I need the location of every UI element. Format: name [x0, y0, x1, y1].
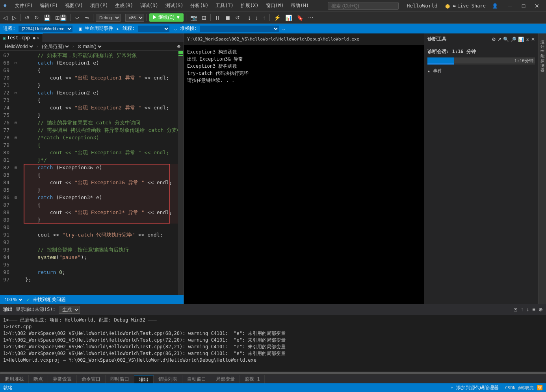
menu-analyze[interactable]: 分析(N) [187, 2, 212, 10]
project-select[interactable]: HelloWorld [3, 43, 34, 50]
menu-file[interactable]: 文件(F) [12, 2, 36, 10]
bottom-tab-命令窗口[interactable]: 命令窗口 [77, 375, 106, 383]
stop-button[interactable]: ⏹ [223, 14, 232, 22]
minimize-button[interactable]: ─ [504, 2, 516, 10]
fold-icon[interactable]: ⊟ [13, 195, 19, 200]
fold-icon[interactable]: ⊟ [13, 61, 19, 65]
bookmark-button[interactable]: 🔖 [295, 14, 305, 22]
scope-select[interactable]: (全局范围) [40, 43, 70, 50]
menu-view[interactable]: 视图(V) [62, 2, 86, 10]
menu-build[interactable]: 生成(B) [112, 2, 136, 10]
menu-test[interactable]: 测试(S) [162, 2, 187, 10]
bottom-tab-监视-1[interactable]: 监视 1 [240, 375, 265, 383]
code-line[interactable]: } [24, 186, 178, 194]
code-line[interactable]: }*/ [24, 156, 178, 164]
step-over-button[interactable]: ⤵ [246, 14, 252, 22]
code-line[interactable]: } [24, 216, 178, 224]
code-line[interactable]: system("pause"); [24, 253, 178, 261]
live-share-button[interactable]: ⇋ Live Share [453, 3, 486, 9]
code-line[interactable]: { [24, 67, 178, 74]
code-line[interactable]: catch (Exception1 e) [24, 59, 178, 67]
forward-button[interactable]: ▷ [11, 14, 18, 22]
undo-button[interactable]: ↺ [23, 14, 31, 22]
diag-button[interactable]: 📊 [284, 14, 293, 22]
maximize-button[interactable]: □ [518, 2, 529, 10]
undo2-button[interactable]: ⤻ [73, 14, 81, 22]
perf-button[interactable]: ⚡ [272, 14, 282, 22]
code-line[interactable]: // 如果不写，则不能访问抛出的 异常对象 [24, 52, 178, 59]
status-git[interactable]: ↑ 添加到源代码管理器 [451, 385, 499, 391]
output-wrap-button[interactable]: ≡ [532, 307, 535, 312]
code-line[interactable]: cout << "出现 Exception3* 异常 " << endl; [24, 209, 178, 216]
code-line[interactable]: { [24, 171, 178, 179]
search-input[interactable] [328, 2, 399, 10]
save-all-button[interactable]: ⊞💾 [54, 14, 68, 22]
redo-button[interactable]: ↻ [33, 14, 41, 22]
save-button[interactable]: 💾 [42, 14, 52, 22]
restart-button[interactable]: ↺ [234, 14, 241, 22]
tab-test-cpp[interactable]: ▣ Test.cpp ● ✕ [0, 33, 43, 42]
more-button[interactable]: ⋯ [306, 14, 315, 22]
thread-select[interactable] [138, 26, 169, 32]
pause-button[interactable]: ⏸ [213, 14, 222, 22]
stack-select[interactable] [200, 26, 279, 32]
fold-icon[interactable]: ⊟ [13, 165, 19, 170]
screenshot-button[interactable]: 📷 [189, 14, 199, 22]
code-line[interactable]: { [24, 96, 178, 104]
func-select[interactable]: ⊙ main() [76, 43, 103, 50]
menu-extensions[interactable]: 扩展(X) [238, 2, 262, 10]
step-out-button[interactable]: ↑ [261, 14, 267, 22]
close-diag-icon[interactable]: ✕ [531, 37, 535, 42]
export-icon[interactable]: ↗ [498, 37, 501, 42]
code-line[interactable]: // 抛出的异常如果要在 catch 分支中访问 [24, 119, 178, 126]
process-select[interactable]: [2264] HelloWorld.exe [19, 26, 72, 32]
output-scrollbar[interactable] [0, 372, 546, 375]
toolbar-btn-6[interactable]: ⊞ [200, 14, 208, 22]
code-line[interactable]: catch (Exception3& e) [24, 164, 178, 171]
menu-help[interactable]: 帮助(H) [288, 2, 312, 10]
code-line[interactable]: }; [24, 276, 178, 283]
code-line[interactable] [24, 224, 178, 231]
bottom-tab-输出[interactable]: 输出 [134, 375, 154, 383]
bottom-tab-自动窗口[interactable]: 自动窗口 [182, 375, 211, 383]
zoom-select[interactable]: 100 % [3, 297, 24, 302]
menu-tools[interactable]: 工具(T) [212, 2, 237, 10]
code-line[interactable] [24, 239, 178, 246]
fold-icon[interactable]: ⊟ [13, 135, 19, 140]
continue-button[interactable]: ▶ 继续(C) ▼ [149, 13, 184, 22]
bottom-tab-局部变量[interactable]: 局部变量 [211, 375, 240, 383]
code-line[interactable]: { [24, 201, 178, 209]
redo2-button[interactable]: ⤼ [83, 14, 91, 22]
zoom-out-icon[interactable]: 🔎 [511, 37, 516, 42]
code-line[interactable]: // 需要调用 拷贝构造函数 将异常对象传递给 catch 分支中的异常变量 [24, 126, 178, 134]
fold-icon[interactable]: ⊟ [13, 120, 19, 125]
code-line[interactable]: catch (Exception2 e) [24, 89, 178, 96]
bottom-tab-调用堆栈[interactable]: 调用堆栈 [0, 375, 29, 383]
chart-icon[interactable]: 📊 [518, 37, 524, 42]
editor-scrollbar[interactable] [178, 51, 184, 295]
code-line[interactable] [24, 261, 178, 268]
code-line[interactable]: catch (Exception3* e) [24, 194, 178, 201]
bottom-tab-断点[interactable]: 断点 [29, 375, 48, 383]
code-line[interactable]: cout << "try-catch 代码块执行完毕" << endl; [24, 231, 178, 239]
code-line[interactable]: } [24, 111, 178, 119]
step-into-button[interactable]: ↓ [254, 14, 260, 22]
output-down-button[interactable]: ↓ [527, 307, 529, 312]
zoom-in-icon[interactable]: 🔍 [503, 37, 509, 42]
code-line[interactable]: cout << "出现 Exception1 异常 " << endl; [24, 74, 178, 81]
menu-project[interactable]: 项目(P) [87, 2, 111, 10]
menu-debug[interactable]: 调试(D) [137, 2, 162, 10]
output-clear-button[interactable]: ⊡ [513, 307, 518, 312]
code-line[interactable]: { [24, 141, 178, 149]
menu-edit[interactable]: 编辑(E) [37, 2, 61, 10]
bottom-tab-异常设置[interactable]: 异常设置 [48, 375, 77, 383]
fold-icon[interactable]: ⊟ [13, 91, 19, 95]
tab-close-icon[interactable]: ✕ [37, 36, 39, 40]
code-line[interactable]: // 控制台暂停，按任意键继续向后执行 [24, 246, 178, 253]
bottom-tab-即时窗口[interactable]: 即时窗口 [106, 375, 134, 383]
back-button[interactable]: ◁ [2, 14, 9, 22]
close-button[interactable]: ✕ [531, 2, 543, 10]
add-line-icon[interactable]: ⊕ [177, 43, 180, 50]
code-line[interactable]: cout << "出现 Exception3& 异常 " << endl; [24, 179, 178, 186]
output-up-button[interactable]: ↑ [521, 307, 524, 312]
